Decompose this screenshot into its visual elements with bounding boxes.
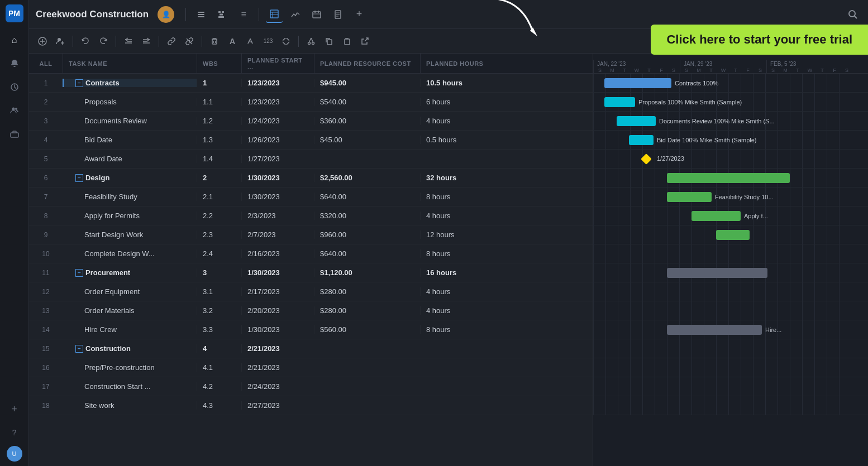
gantt-grid-line	[778, 93, 778, 111]
collapse-button[interactable]: −	[75, 174, 83, 182]
gantt-bar[interactable]: Documents Review 100% Mike Smith (S...	[617, 116, 656, 126]
task-name-cell[interactable]: Complete Design W...	[63, 249, 197, 258]
gantt-grid-line	[790, 150, 790, 168]
table-row[interactable]: 11 −Procurement 3 1/30/2023 $1,120.00 16…	[29, 263, 593, 282]
gantt-bar[interactable]	[667, 173, 790, 183]
sidebar-item-briefcase[interactable]	[4, 124, 25, 144]
task-name-cell[interactable]: −Design	[63, 174, 197, 182]
gantt-bar[interactable]: Apply f...	[691, 211, 741, 221]
sidebar-item-clock[interactable]	[4, 77, 25, 97]
table-row[interactable]: 1 −Contracts 1 1/23/2023 $945.00 10.5 ho…	[29, 74, 593, 93]
gantt-bar[interactable]	[667, 268, 767, 278]
table-row[interactable]: 15 −Construction 4 2/21/2023	[29, 339, 593, 358]
outdent-button[interactable]	[121, 33, 136, 49]
task-name-cell[interactable]: Construction Start ...	[63, 382, 197, 391]
copy-button[interactable]	[321, 33, 337, 49]
doc-view-btn[interactable]	[330, 6, 346, 23]
table-row[interactable]: 4 Bid Date 1.3 1/26/2023 $45.00 0.5 hour…	[29, 131, 593, 150]
task-name-cell[interactable]: Order Materials	[63, 306, 197, 315]
calendar-view-btn[interactable]	[308, 6, 325, 23]
gantt-bar[interactable]: Proposals 100% Mike Smith (Sample)	[604, 97, 635, 107]
table-row[interactable]: 12 Order Equipment 3.1 2/17/2023 $280.00…	[29, 282, 593, 301]
delete-button[interactable]	[207, 33, 222, 49]
task-name-cell[interactable]: −Construction	[63, 344, 197, 353]
table-row[interactable]: 8 Apply for Permits 2.2 2/3/2023 $320.00…	[29, 206, 593, 225]
external-link-button[interactable]	[357, 33, 373, 49]
task-name-cell[interactable]: Site work	[63, 401, 197, 410]
gantt-grid-line	[765, 377, 766, 396]
help-button[interactable]: ?	[4, 422, 25, 443]
sidebar-item-home[interactable]: ⌂	[4, 30, 25, 50]
table-row[interactable]: 14 Hire Crew 3.3 1/30/2023 $560.00 8 hou…	[29, 320, 593, 339]
task-name-cell[interactable]: Proposals	[63, 98, 197, 106]
undo-button[interactable]	[78, 33, 93, 49]
cost-cell: $560.00	[314, 325, 420, 334]
unlink-button[interactable]	[182, 33, 197, 49]
add-workspace-button[interactable]: +	[4, 399, 25, 419]
gantt-view-btn[interactable]	[214, 6, 231, 23]
gantt-grid-line	[667, 358, 667, 377]
sidebar-item-team[interactable]	[4, 100, 25, 121]
table-row[interactable]: 7 Feasibility Study 2.1 1/30/2023 $640.0…	[29, 188, 593, 206]
list-view-btn[interactable]	[193, 6, 209, 23]
task-name-cell[interactable]: Apply for Permits	[63, 212, 197, 220]
gantt-grid-line	[716, 150, 717, 168]
task-name-cell[interactable]: −Contracts	[63, 79, 197, 87]
toolbar-sep-2	[116, 36, 116, 47]
chart-view-btn[interactable]	[287, 6, 304, 23]
wbs-cell: 1.2	[197, 117, 241, 125]
search-button[interactable]	[845, 6, 861, 23]
task-name-cell[interactable]: Order Equipment	[63, 287, 197, 296]
gantt-bar[interactable]: Hire...	[667, 325, 762, 335]
hours-cell: 12 hours	[420, 230, 509, 239]
free-trial-banner[interactable]: Click here to start your free trial	[651, 25, 868, 55]
add-assignee-button[interactable]	[53, 33, 68, 49]
table-row[interactable]: 6 −Design 2 1/30/2023 $2,560.00 32 hours	[29, 169, 593, 188]
gantt-row: Apply f...	[593, 206, 868, 225]
gantt-grid-line	[814, 358, 815, 377]
gantt-bar[interactable]: Contracts 100%	[604, 78, 671, 88]
collapse-button[interactable]: −	[75, 345, 83, 353]
user-avatar-topbar[interactable]: 👤	[158, 6, 174, 23]
app-logo[interactable]: PM	[6, 4, 23, 22]
table-row[interactable]: 16 Prep/Pre-construction 4.1 2/21/2023	[29, 358, 593, 377]
task-name-cell[interactable]: Hire Crew	[63, 325, 197, 334]
table-row[interactable]: 18 Site work 4.3 2/27/2023	[29, 396, 593, 415]
paste-button[interactable]	[339, 33, 355, 49]
task-name-cell[interactable]: Feasibility Study	[63, 193, 197, 201]
gantt-bar[interactable]	[716, 230, 750, 240]
sidebar-item-notifications[interactable]	[4, 54, 25, 74]
indent-button[interactable]	[139, 33, 154, 49]
gantt-grid-line	[741, 339, 741, 358]
menu-view-btn[interactable]: ≡	[235, 6, 252, 23]
add-view-btn[interactable]: +	[351, 6, 368, 23]
task-name-cell[interactable]: Award Date	[63, 155, 197, 163]
table-row[interactable]: 5 Award Date 1.4 1/27/2023	[29, 150, 593, 169]
gantt-grid-line	[618, 339, 618, 358]
collapse-button[interactable]: −	[75, 269, 83, 277]
link-button[interactable]	[164, 33, 179, 49]
table-row[interactable]: 9 Start Design Work 2.3 2/7/2023 $960.00…	[29, 225, 593, 244]
milestone-button[interactable]	[278, 33, 294, 49]
table-view-btn[interactable]	[266, 6, 283, 23]
gantt-bar[interactable]: Feasibility Study 10...	[667, 192, 712, 202]
number-format-button[interactable]: 123	[260, 33, 276, 49]
add-task-button[interactable]	[35, 33, 50, 49]
task-name-cell[interactable]: −Procurement	[63, 268, 197, 277]
gantt-bar[interactable]: Bid Date 100% Mike Smith (Sample)	[629, 135, 654, 145]
table-row[interactable]: 10 Complete Design W... 2.4 2/16/2023 $6…	[29, 244, 593, 263]
user-avatar[interactable]: U	[7, 446, 22, 462]
color-button[interactable]	[242, 33, 258, 49]
table-row[interactable]: 2 Proposals 1.1 1/23/2023 $540.00 6 hour…	[29, 93, 593, 112]
task-name-cell[interactable]: Prep/Pre-construction	[63, 363, 197, 372]
collapse-button[interactable]: −	[75, 79, 83, 87]
redo-button[interactable]	[96, 33, 111, 49]
table-row[interactable]: 3 Documents Review 1.2 1/24/2023 $360.00…	[29, 112, 593, 131]
task-name-cell[interactable]: Start Design Work	[63, 230, 197, 239]
table-row[interactable]: 17 Construction Start ... 4.2 2/24/2023	[29, 377, 593, 396]
task-name-cell[interactable]: Documents Review	[63, 117, 197, 125]
cut-button[interactable]	[303, 33, 319, 49]
task-name-cell[interactable]: Bid Date	[63, 136, 197, 144]
text-format-button[interactable]: A	[225, 33, 240, 49]
table-row[interactable]: 13 Order Materials 3.2 2/20/2023 $280.00…	[29, 301, 593, 320]
